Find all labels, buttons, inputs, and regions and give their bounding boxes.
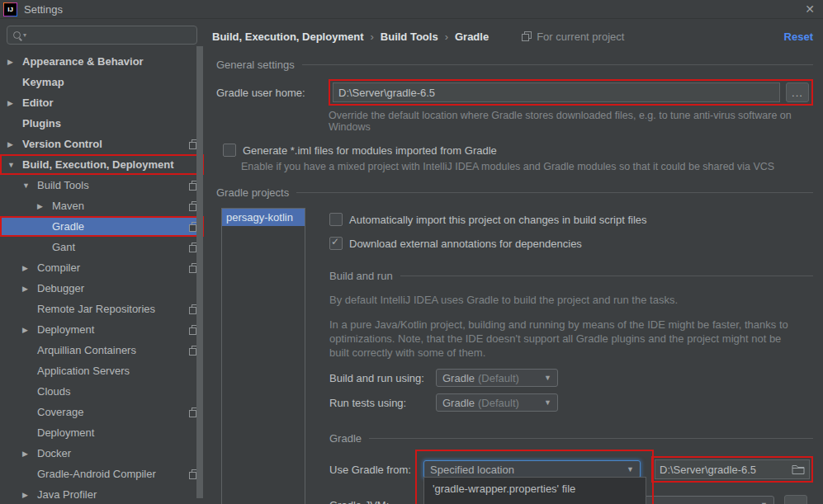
tests-using-label: Run tests using:	[329, 397, 436, 409]
chevron-right-icon[interactable]: ▶	[22, 450, 37, 458]
sidebar-item-build-execution-deployment[interactable]: ▼Build, Execution, Deployment	[0, 154, 204, 175]
section-title: Build and run	[329, 270, 393, 282]
settings-search-input[interactable]: ▾	[7, 26, 197, 45]
project-list-item[interactable]: persagy-kotlin	[222, 209, 305, 226]
sidebar-item-docker[interactable]: ▶Docker	[0, 443, 204, 464]
section-title: Gradle projects	[216, 186, 289, 199]
breadcrumb-item[interactable]: Build Tools	[381, 31, 438, 43]
sidebar-scrollbar[interactable]	[196, 46, 203, 498]
sidebar-item-build-tools[interactable]: ▼Build Tools	[0, 175, 204, 195]
gradle-user-home-label: Gradle user home:	[216, 87, 329, 99]
use-gradle-from-popup: 'gradle-wrapper.properties' file'wrapper…	[423, 477, 646, 504]
auto-import-row: Automatically import this project on cha…	[329, 213, 813, 226]
generate-iml-checkbox[interactable]	[223, 144, 236, 157]
sidebar-item-label: Maven	[52, 200, 84, 212]
sidebar-item-label: Gant	[52, 241, 75, 253]
chevron-right-icon[interactable]: ▶	[22, 285, 37, 293]
jvm-browse-button[interactable]: ...	[784, 495, 807, 504]
gradle-home-field[interactable]: D:\Server\gradle-6.5	[655, 459, 810, 479]
chevron-right-icon[interactable]: ▶	[37, 202, 52, 210]
sidebar-item-coverage[interactable]: Coverage	[0, 402, 204, 422]
chevron-down-icon[interactable]: ▼	[7, 161, 22, 169]
folder-icon[interactable]	[792, 464, 805, 474]
sidebar-item-keymap[interactable]: Keymap	[0, 72, 204, 92]
chevron-right-icon[interactable]: ▶	[7, 140, 22, 148]
build-using-row: Build and run using: Gradle (Default) ▼	[329, 369, 813, 387]
chevron-down-icon: ▼	[544, 374, 551, 382]
search-options-caret-icon[interactable]: ▾	[23, 31, 26, 39]
generate-iml-hint: Enable if you have a mixed project with …	[241, 161, 813, 172]
sidebar-item-label: Appearance & Behavior	[22, 55, 144, 68]
sidebar-item-deployment[interactable]: Deployment	[0, 422, 204, 443]
sidebar-item-label: Docker	[37, 447, 71, 459]
section-title: General settings	[216, 59, 295, 71]
build-using-select[interactable]: Gradle (Default) ▼	[436, 369, 558, 387]
sidebar-item-editor[interactable]: ▶Editor	[0, 92, 204, 113]
chevron-right-icon[interactable]: ▶	[22, 264, 37, 272]
download-annotations-label: Download external annotations for depend…	[349, 238, 582, 250]
settings-tree: ▶Appearance & BehaviorKeymap▶EditorPlugi…	[0, 51, 204, 504]
popup-item[interactable]: 'wrapper' task in Gradle build script	[424, 498, 646, 504]
sidebar-item-application-servers[interactable]: Application Servers	[0, 360, 204, 381]
sidebar-item-maven[interactable]: ▶Maven	[0, 195, 204, 216]
breadcrumb-separator: ›	[370, 31, 373, 43]
reset-link[interactable]: Reset	[784, 31, 813, 43]
sidebar-item-appearance-behavior[interactable]: ▶Appearance & Behavior	[0, 51, 204, 72]
breadcrumb-separator: ›	[445, 31, 448, 43]
sidebar-item-label: Compiler	[37, 261, 80, 274]
sidebar-item-label: Java Profiler	[37, 488, 97, 501]
sidebar-item-plugins[interactable]: Plugins	[0, 113, 204, 134]
popup-item[interactable]: 'gradle-wrapper.properties' file	[424, 479, 646, 498]
chevron-down-icon: ▼	[544, 398, 551, 407]
chevron-right-icon[interactable]: ▶	[22, 491, 37, 499]
sidebar-item-label: Build, Execution, Deployment	[22, 158, 173, 171]
sidebar-item-gradle-android-compiler[interactable]: Gradle-Android Compiler	[0, 464, 204, 484]
sidebar-item-gant[interactable]: Gant	[0, 237, 204, 257]
browse-button[interactable]: ...	[786, 82, 809, 102]
annotation-redbox-gradle-home: D:\Server\gradle-6.5	[651, 456, 813, 483]
window-title: Settings	[24, 3, 63, 16]
gradle-user-home-row: Gradle user home: ...	[216, 79, 813, 106]
chevron-down-icon[interactable]: ▼	[22, 181, 37, 190]
breadcrumb-item[interactable]: Build, Execution, Deployment	[212, 31, 363, 43]
generate-iml-row: Generate *.iml files for modules importe…	[223, 144, 813, 157]
sidebar-item-label: Gradle-Android Compiler	[37, 468, 156, 480]
sidebar-item-version-control[interactable]: ▶Version Control	[0, 134, 204, 154]
section-gradle: Gradle	[329, 431, 813, 445]
sidebar-item-label: Coverage	[37, 406, 83, 418]
sidebar-item-label: Clouds	[37, 385, 70, 398]
sidebar-item-label: Build Tools	[37, 179, 89, 191]
sidebar-item-compiler[interactable]: ▶Compiler	[0, 257, 204, 278]
sidebar-item-gradle[interactable]: Gradle	[0, 216, 204, 237]
use-gradle-from-select[interactable]: Specified location ▼	[423, 460, 641, 478]
chevron-right-icon[interactable]: ▶	[7, 99, 22, 107]
content-header: Build, Execution, Deployment › Build Too…	[212, 26, 813, 46]
gradle-projects-list[interactable]: persagy-kotlin	[221, 208, 305, 504]
sidebar-item-label: Deployment	[37, 323, 94, 336]
sidebar-item-remote-jar-repositories[interactable]: Remote Jar Repositories	[0, 299, 204, 319]
sidebar-item-label: Plugins	[22, 117, 61, 130]
tests-using-select[interactable]: Gradle (Default) ▼	[436, 393, 558, 412]
auto-import-checkbox[interactable]	[329, 213, 343, 226]
auto-import-label: Automatically import this project on cha…	[349, 214, 647, 226]
download-annotations-checkbox[interactable]	[329, 237, 343, 250]
project-settings-panel: Automatically import this project on cha…	[329, 208, 813, 504]
chevron-right-icon[interactable]: ▶	[22, 326, 37, 334]
sidebar-item-deployment[interactable]: ▶Deployment	[0, 319, 204, 340]
gradle-user-home-hint: Override the default location where Grad…	[329, 110, 813, 133]
close-icon[interactable]: ✕	[805, 3, 815, 15]
use-gradle-from-label: Use Gradle from:	[329, 464, 423, 476]
sidebar-item-arquillian-containers[interactable]: Arquillian Containers	[0, 340, 204, 360]
chevron-right-icon[interactable]: ▶	[7, 58, 22, 66]
tests-using-row: Run tests using: Gradle (Default) ▼	[329, 393, 813, 412]
gradle-user-home-input[interactable]	[333, 82, 780, 102]
sidebar-item-label: Deployment	[37, 426, 94, 439]
sidebar-item-label: Remote Jar Repositories	[37, 303, 155, 315]
use-gradle-from-row: Use Gradle from: Specified location ▼ D:…	[329, 456, 813, 483]
breadcrumb-item[interactable]: Gradle	[455, 31, 489, 43]
sidebar-item-clouds[interactable]: Clouds	[0, 381, 204, 402]
section-general-settings: General settings	[216, 58, 813, 71]
sidebar-item-label: Debugger	[37, 282, 84, 294]
sidebar-item-java-profiler[interactable]: ▶Java Profiler	[0, 484, 204, 504]
sidebar-item-debugger[interactable]: ▶Debugger	[0, 278, 204, 299]
